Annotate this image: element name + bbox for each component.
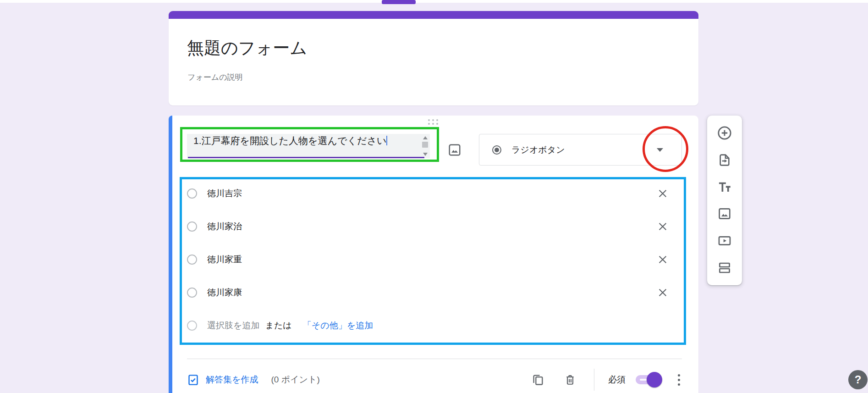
selected-question-indicator xyxy=(169,116,172,393)
option-label[interactable]: 徳川家治 xyxy=(207,221,242,232)
question-card: 1.江戸幕府を開設した人物を選んでください ラジオボタン 徳川吉宗 xyxy=(169,116,698,393)
radio-circle-icon xyxy=(187,321,197,331)
answer-key-button[interactable]: 解答集を作成 (0 ポイント) xyxy=(187,374,320,386)
footer-divider xyxy=(594,369,594,391)
question-type-dropdown[interactable]: ラジオボタン xyxy=(479,134,682,166)
drag-handle-icon[interactable] xyxy=(428,119,438,125)
points-label: (0 ポイント) xyxy=(271,374,319,386)
remove-option-button[interactable] xyxy=(656,286,669,299)
form-title-card: 無題のフォーム フォームの説明 xyxy=(169,11,698,105)
scroll-up-icon[interactable] xyxy=(423,136,428,139)
chevron-down-icon[interactable] xyxy=(657,148,663,152)
more-options-button[interactable] xyxy=(676,372,682,387)
required-label: 必須 xyxy=(608,374,626,386)
option-row: 徳川家治 xyxy=(187,210,669,243)
top-page-fragment xyxy=(0,0,868,3)
editor-side-toolbar xyxy=(707,116,742,285)
radio-circle-icon xyxy=(187,188,197,199)
option-row: 徳川家重 xyxy=(187,243,669,276)
close-icon xyxy=(658,221,668,232)
option-label[interactable]: 徳川吉宗 xyxy=(207,188,242,199)
question-footer-toolbar: 解答集を作成 (0 ポイント) 必須 xyxy=(187,366,682,393)
option-row: 徳川吉宗 xyxy=(187,177,669,210)
delete-question-button[interactable] xyxy=(561,371,579,389)
image-icon xyxy=(717,206,732,221)
remove-option-button[interactable] xyxy=(656,187,669,200)
option-label[interactable]: 徳川家重 xyxy=(207,254,242,266)
form-title[interactable]: 無題のフォーム xyxy=(187,38,698,58)
radio-circle-icon xyxy=(187,255,197,265)
add-video-button[interactable] xyxy=(716,232,733,249)
help-button[interactable]: ? xyxy=(848,370,868,389)
form-description-field[interactable]: フォームの説明 xyxy=(187,72,698,83)
add-section-button[interactable] xyxy=(716,260,733,276)
input-focus-underline xyxy=(188,157,424,158)
close-icon xyxy=(658,188,668,199)
option-row: 徳川家康 xyxy=(187,276,669,309)
answer-key-icon xyxy=(187,374,199,386)
add-image-button[interactable] xyxy=(716,205,733,222)
question-type-label: ラジオボタン xyxy=(511,144,565,156)
form-theme-bar xyxy=(169,11,698,19)
image-icon xyxy=(448,143,461,157)
card-divider xyxy=(187,359,682,359)
question-title-text: 1.江戸幕府を開設した人物を選んでください xyxy=(193,135,391,146)
toggle-track-highlight xyxy=(640,379,647,381)
add-other-link[interactable]: 「その他」を追加 xyxy=(303,320,373,332)
add-option-button[interactable]: 選択肢を追加 xyxy=(207,320,259,332)
video-icon xyxy=(717,233,732,248)
option-label[interactable]: 徳川家康 xyxy=(207,287,242,299)
radio-circle-icon xyxy=(187,288,197,298)
close-icon xyxy=(658,288,668,298)
footer-actions: 必須 xyxy=(529,369,682,391)
plus-circle-icon xyxy=(717,125,732,141)
add-image-to-question-button[interactable] xyxy=(445,141,464,159)
remove-option-button[interactable] xyxy=(656,253,669,266)
scroll-down-icon[interactable] xyxy=(423,153,428,156)
import-questions-button[interactable] xyxy=(716,152,733,168)
toggle-thumb[interactable] xyxy=(647,372,662,387)
section-icon xyxy=(717,260,732,275)
textarea-scrollbar[interactable] xyxy=(422,135,429,157)
add-question-button[interactable] xyxy=(716,125,733,141)
top-purple-tab xyxy=(382,0,416,4)
trash-icon xyxy=(564,374,576,386)
remove-option-button[interactable] xyxy=(656,220,669,233)
duplicate-question-button[interactable] xyxy=(529,371,547,389)
import-questions-icon xyxy=(717,153,732,167)
answer-key-label: 解答集を作成 xyxy=(206,374,258,386)
required-toggle[interactable] xyxy=(636,375,660,384)
radio-button-icon xyxy=(492,145,501,155)
add-title-button[interactable] xyxy=(716,179,733,195)
add-option-row: 選択肢を追加 または 「その他」を追加 xyxy=(187,309,669,342)
question-title-input[interactable]: 1.江戸幕府を開設した人物を選んでください xyxy=(187,134,430,158)
text-title-icon xyxy=(717,179,732,195)
text-cursor xyxy=(386,136,387,145)
duplicate-icon xyxy=(532,373,544,386)
options-list: 徳川吉宗 徳川家治 徳川家重 徳川家康 xyxy=(187,177,669,342)
radio-circle-icon xyxy=(187,221,197,232)
or-label: または xyxy=(265,320,291,332)
scroll-thumb[interactable] xyxy=(422,142,428,148)
close-icon xyxy=(658,255,668,265)
